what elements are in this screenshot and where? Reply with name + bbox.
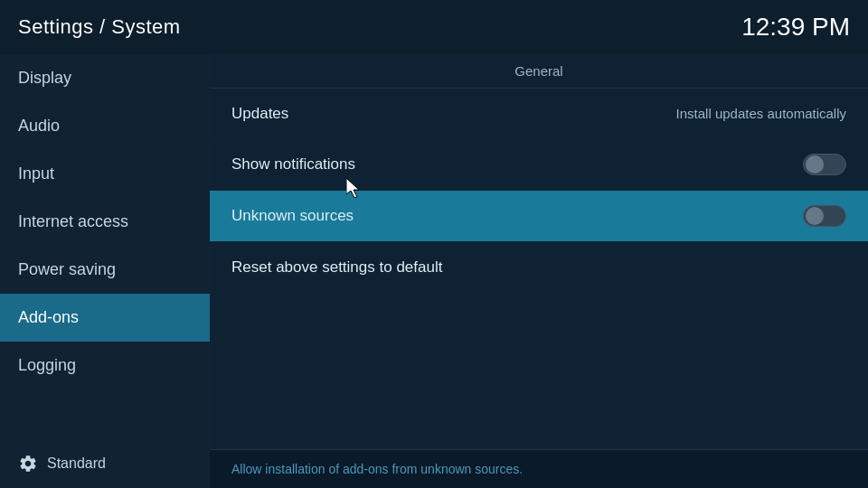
sidebar-item-display[interactable]: Display	[0, 54, 210, 102]
main-content: General Updates Install updates automati…	[210, 54, 868, 488]
sidebar-item-add-ons[interactable]: Add-ons	[0, 294, 210, 342]
setting-label-updates: Updates	[231, 105, 288, 123]
settings-level[interactable]: Standard	[0, 439, 210, 488]
page-title: Settings / System	[18, 15, 181, 39]
sidebar-item-input[interactable]: Input	[0, 150, 210, 198]
header: Settings / System 12:39 PM	[0, 0, 868, 54]
toggle-knob-unknown-sources	[806, 207, 824, 225]
setting-label-show-notifications: Show notifications	[231, 155, 355, 174]
toggle-show-notifications[interactable]	[803, 154, 846, 175]
settings-level-label: Standard	[47, 455, 106, 472]
clock: 12:39 PM	[741, 13, 850, 42]
setting-row-updates[interactable]: Updates Install updates automatically	[210, 89, 868, 139]
gear-icon	[18, 454, 38, 474]
sidebar-item-power-saving[interactable]: Power saving	[0, 246, 210, 294]
setting-label-unknown-sources: Unknown sources	[231, 207, 354, 225]
setting-value-updates: Install updates automatically	[676, 106, 846, 121]
settings-list: Updates Install updates automatically Sh…	[210, 89, 868, 449]
setting-label-reset: Reset above settings to default	[231, 258, 442, 277]
setting-row-reset[interactable]: Reset above settings to default	[210, 242, 868, 293]
status-text: Allow installation of add-ons from unkno…	[231, 462, 523, 476]
status-bar: Allow installation of add-ons from unkno…	[210, 449, 868, 488]
setting-row-show-notifications[interactable]: Show notifications	[210, 139, 868, 191]
sidebar: Display Audio Input Internet access Powe…	[0, 54, 210, 488]
sidebar-item-audio[interactable]: Audio	[0, 102, 210, 150]
section-header: General	[210, 54, 868, 89]
setting-row-unknown-sources[interactable]: Unknown sources	[210, 191, 868, 242]
sidebar-item-internet-access[interactable]: Internet access	[0, 198, 210, 246]
toggle-knob-show-notifications	[806, 155, 824, 174]
sidebar-item-logging[interactable]: Logging	[0, 342, 210, 389]
toggle-unknown-sources[interactable]	[803, 205, 846, 227]
